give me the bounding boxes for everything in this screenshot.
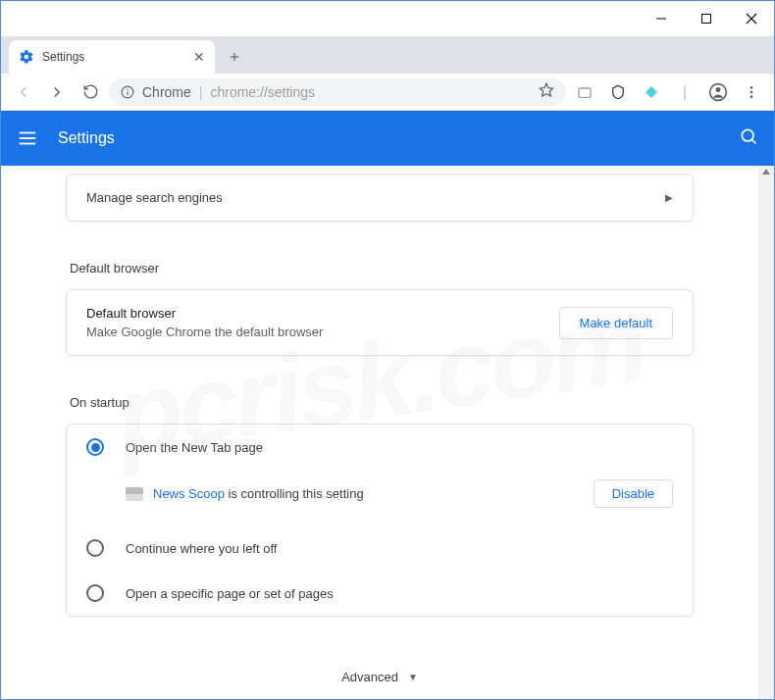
tab-title: Settings <box>42 50 185 64</box>
extension-icon-1[interactable] <box>570 77 599 107</box>
extension-icon-diamond[interactable] <box>637 77 666 107</box>
omnibox[interactable]: Chrome | chrome://settings <box>109 78 566 106</box>
default-browser-row: Default browser Make Google Chrome the d… <box>67 290 693 355</box>
settings-content: pcrisk.com Manage search engines ▶ Defau… <box>1 166 758 699</box>
info-icon <box>121 85 134 99</box>
svg-rect-3 <box>702 15 711 24</box>
radio-unselected-icon <box>86 584 104 602</box>
back-button[interactable] <box>9 77 38 107</box>
close-button[interactable] <box>729 1 774 36</box>
url-text: chrome://settings <box>210 84 315 100</box>
tab-strip: Settings ✕ <box>1 36 774 74</box>
startup-option-label: Continue where you left off <box>126 541 277 556</box>
gear-icon <box>19 49 34 65</box>
scrollbar[interactable] <box>758 166 774 699</box>
manage-search-engines-row[interactable]: Manage search engines ▶ <box>67 175 693 221</box>
new-tab-button[interactable] <box>221 43 248 71</box>
minimize-button[interactable] <box>639 1 684 36</box>
extension-controlling-notice: News Scoop is controlling this setting D… <box>67 470 693 525</box>
startup-option-specific-pages[interactable]: Open a specific page or set of pages <box>67 571 693 616</box>
extension-icon-shield[interactable] <box>603 77 633 107</box>
svg-point-7 <box>127 88 128 89</box>
svg-marker-11 <box>646 86 657 98</box>
startup-option-continue[interactable]: Continue where you left off <box>67 525 693 571</box>
toolbar-separator: | <box>670 77 699 107</box>
address-bar: Chrome | chrome://settings | <box>1 74 774 111</box>
startup-option-label: Open the New Tab page <box>126 440 263 455</box>
advanced-label: Advanced <box>341 670 398 684</box>
svg-rect-10 <box>579 88 591 97</box>
reload-button[interactable] <box>76 77 105 107</box>
url-divider: | <box>199 84 203 100</box>
search-engines-card: Manage search engines ▶ <box>66 174 694 222</box>
default-browser-secondary: Make Google Chrome the default browser <box>86 325 323 339</box>
startup-option-new-tab[interactable]: Open the New Tab page <box>67 425 693 470</box>
chevron-right-icon: ▶ <box>665 192 673 203</box>
svg-point-13 <box>716 87 721 92</box>
hamburger-icon[interactable] <box>17 127 38 149</box>
svg-point-16 <box>750 95 753 98</box>
svg-point-15 <box>750 90 753 93</box>
forward-button[interactable] <box>42 77 72 107</box>
manage-search-engines-label: Manage search engines <box>86 190 223 205</box>
radio-selected-icon <box>86 438 104 456</box>
kebab-menu-icon[interactable] <box>737 77 766 107</box>
url-scheme-label: Chrome <box>142 84 191 100</box>
svg-point-20 <box>742 129 753 141</box>
browser-window: Settings ✕ .tabbar{margin-top:36px;} .ta… <box>0 0 775 700</box>
maximize-button[interactable] <box>684 1 729 36</box>
tab-settings[interactable]: Settings ✕ <box>9 40 215 74</box>
svg-point-14 <box>750 86 753 89</box>
svg-rect-8 <box>127 91 128 95</box>
caret-down-icon: ▼ <box>408 672 418 682</box>
default-browser-primary: Default browser <box>86 306 323 321</box>
startup-section-title: On startup <box>66 379 694 424</box>
make-default-button[interactable]: Make default <box>559 307 673 339</box>
radio-unselected-icon <box>86 539 104 557</box>
disable-extension-button[interactable]: Disable <box>594 479 673 508</box>
default-browser-section-title: Default browser <box>66 245 694 289</box>
svg-marker-22 <box>762 169 770 175</box>
profile-avatar-icon[interactable] <box>703 77 733 107</box>
search-icon[interactable] <box>739 126 758 150</box>
news-scoop-icon <box>126 487 143 501</box>
page-title: Settings <box>58 129 115 147</box>
close-icon[interactable]: ✕ <box>193 49 205 65</box>
content-wrap: pcrisk.com Manage search engines ▶ Defau… <box>1 166 774 699</box>
bookmark-star-icon[interactable] <box>539 82 554 101</box>
scroll-up-arrow-icon[interactable] <box>759 168 773 175</box>
svg-marker-9 <box>540 83 552 96</box>
startup-card: Open the New Tab page News Scoop is cont… <box>66 424 694 617</box>
extension-controlling-text: is controlling this setting <box>229 486 364 501</box>
settings-header: Settings <box>1 111 774 166</box>
svg-line-21 <box>752 140 756 144</box>
window-controls <box>639 1 774 36</box>
advanced-toggle[interactable]: Advanced ▼ <box>66 640 694 694</box>
startup-option-label: Open a specific page or set of pages <box>126 586 334 601</box>
default-browser-card: Default browser Make Google Chrome the d… <box>66 289 694 356</box>
extension-name-link[interactable]: News Scoop <box>153 486 225 501</box>
